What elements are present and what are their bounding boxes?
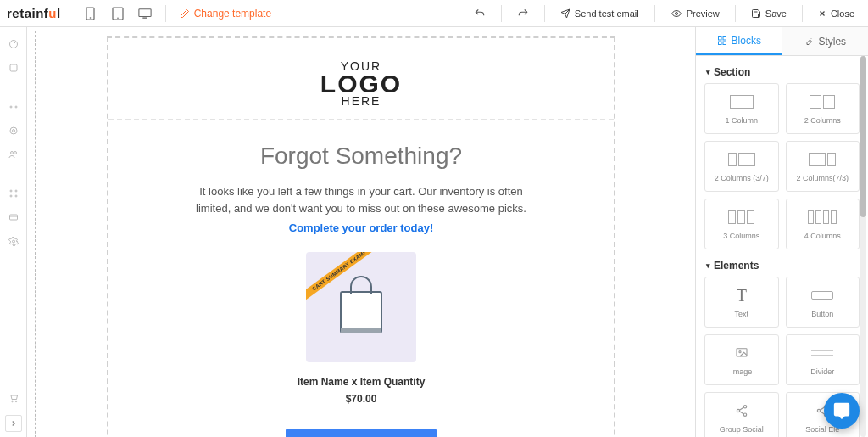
separator (544, 5, 545, 22)
tile-2-columns[interactable]: 2 Columns (786, 83, 860, 134)
topbar: retainful Change template Send test emai… (0, 0, 868, 27)
tab-styles-label: Styles (818, 36, 846, 48)
logo-block[interactable]: YOUR LOGO HERE (108, 38, 614, 119)
svg-point-16 (15, 190, 17, 192)
email-body[interactable]: YOUR LOGO HERE Forgot Something? It look… (107, 36, 615, 437)
undo-button[interactable] (467, 3, 492, 24)
separator (501, 5, 502, 22)
svg-rect-28 (723, 42, 726, 45)
content-block[interactable]: Forgot Something? It looks like you left… (108, 119, 614, 437)
save-button[interactable]: Save (744, 3, 793, 24)
column-icon (730, 92, 754, 111)
svg-rect-23 (341, 292, 381, 333)
svg-point-20 (12, 240, 14, 243)
brand-logo: retainful (7, 6, 61, 20)
tab-blocks-label: Blocks (732, 35, 761, 47)
redo-button[interactable] (510, 3, 536, 24)
item-line: Item Name x Item Quantity (125, 376, 597, 388)
column-icon (810, 92, 835, 111)
bag-icon (334, 275, 388, 339)
scrollbar-thumb[interactable] (860, 56, 866, 217)
rail-card-icon[interactable] (3, 207, 24, 227)
svg-rect-19 (9, 215, 17, 220)
share-icon (735, 401, 748, 420)
chevron-right-icon (9, 419, 18, 428)
edit-icon (180, 8, 190, 19)
rail-settings-dot-icon[interactable] (3, 97, 24, 117)
chat-icon (832, 401, 851, 420)
preview-button[interactable]: Preview (664, 3, 726, 24)
column-icon (728, 150, 755, 169)
panel-tabs: Blocks Styles (696, 27, 868, 56)
device-desktop-icon[interactable] (133, 3, 157, 24)
product-card: CART SUMMARY EXAMPLE (306, 252, 416, 362)
tile-text[interactable]: T Text (704, 277, 779, 328)
rail-layout-icon[interactable] (3, 58, 24, 78)
finish-checkout-button[interactable]: FINISH CHECKING OUT (286, 429, 437, 438)
complete-order-link[interactable]: Complete your order today! (289, 220, 433, 237)
svg-point-14 (14, 152, 16, 154)
change-template-button[interactable]: Change template (175, 4, 276, 23)
svg-point-17 (10, 195, 12, 197)
rail-users-icon[interactable] (3, 144, 24, 165)
save-icon (751, 8, 761, 19)
canvas-frame: YOUR LOGO HERE Forgot Something? It look… (35, 31, 687, 437)
preview-label: Preview (687, 8, 720, 19)
column-icon (809, 150, 836, 169)
tile-divider[interactable]: Divider (786, 334, 860, 385)
main-layout: + YOUR LOGO HERE Forgot Something? It lo… (0, 27, 868, 437)
rail-apps-icon[interactable] (3, 183, 24, 204)
send-test-email-button[interactable]: Send test email (554, 3, 646, 24)
tile-4-columns[interactable]: 4 Columns (786, 199, 860, 249)
svg-rect-4 (139, 8, 151, 16)
tile-button[interactable]: Button (786, 277, 860, 328)
svg-point-22 (15, 401, 17, 402)
tile-1-column[interactable]: 1 Column (704, 83, 779, 134)
separator (70, 5, 70, 22)
device-tablet-icon[interactable] (106, 3, 130, 24)
chat-launcher-button[interactable] (824, 393, 860, 429)
rail-target-icon[interactable] (3, 120, 24, 141)
svg-rect-26 (723, 36, 726, 40)
text-icon: T (737, 286, 747, 305)
close-label: Close (831, 8, 854, 19)
headline: Forgot Something? (125, 143, 597, 170)
paper-plane-icon (560, 8, 570, 19)
device-mobile-icon[interactable] (79, 3, 103, 24)
svg-point-9 (10, 106, 12, 108)
brush-icon (804, 36, 814, 47)
tile-2-columns-73[interactable]: 2 Columns(7/3) (786, 141, 860, 192)
separator (654, 5, 655, 22)
product-image: CART SUMMARY EXAMPLE (306, 252, 416, 362)
svg-point-18 (15, 195, 17, 197)
editor-canvas[interactable]: + YOUR LOGO HERE Forgot Something? It lo… (27, 27, 695, 437)
elements-heading[interactable]: Elements (706, 260, 858, 272)
close-button[interactable]: Close (811, 3, 861, 24)
rail-dashboard-icon[interactable] (3, 34, 24, 54)
button-icon (811, 286, 833, 305)
panel-scroll[interactable]: Section 1 Column 2 Columns 2 Columns (3/… (696, 56, 868, 437)
tile-group-social[interactable]: Group Social (704, 392, 779, 437)
body-text: It looks like you left a few things in y… (175, 183, 548, 237)
tile-3-columns[interactable]: 3 Columns (704, 199, 779, 249)
tab-blocks[interactable]: Blocks (696, 27, 782, 55)
section-heading[interactable]: Section (706, 66, 858, 78)
tab-styles[interactable]: Styles (782, 27, 869, 55)
rail-cart-icon[interactable] (3, 388, 24, 408)
divider-icon (811, 344, 833, 362)
svg-rect-27 (718, 42, 721, 45)
tile-image[interactable]: Image (704, 334, 779, 385)
change-template-label: Change template (194, 8, 271, 20)
blocks-icon (717, 36, 727, 46)
separator (165, 5, 166, 22)
save-label: Save (765, 8, 787, 19)
svg-point-15 (10, 190, 12, 192)
svg-point-10 (15, 106, 17, 108)
send-test-label: Send test email (575, 8, 639, 19)
expand-rail-button[interactable] (5, 415, 22, 432)
svg-point-1 (90, 17, 92, 19)
rail-gear-icon[interactable] (3, 231, 24, 251)
tile-2-columns-37[interactable]: 2 Columns (3/7) (704, 141, 779, 192)
undo-icon (474, 8, 486, 20)
item-price: $70.00 (125, 393, 597, 405)
